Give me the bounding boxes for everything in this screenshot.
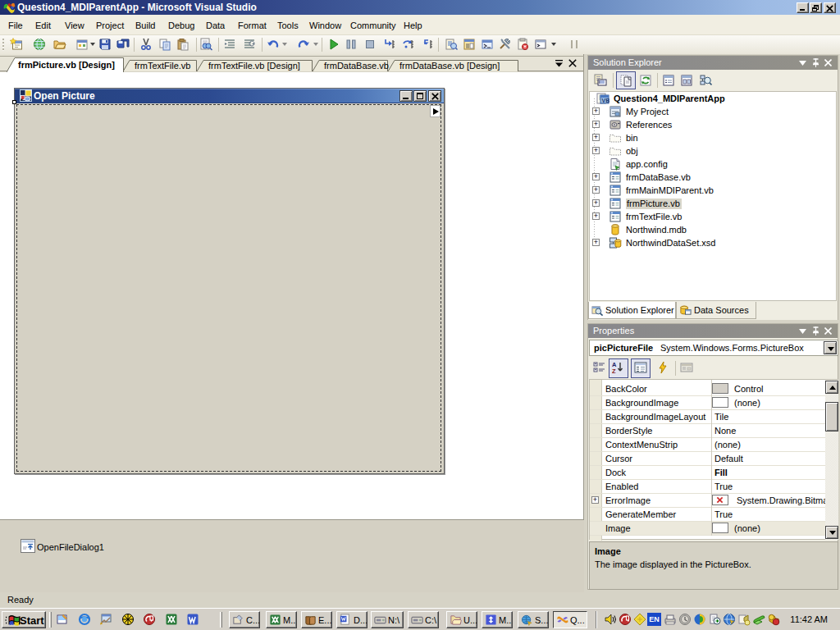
svg-text:VB: VB [602,98,610,103]
svg-text:Z: Z [612,368,616,374]
